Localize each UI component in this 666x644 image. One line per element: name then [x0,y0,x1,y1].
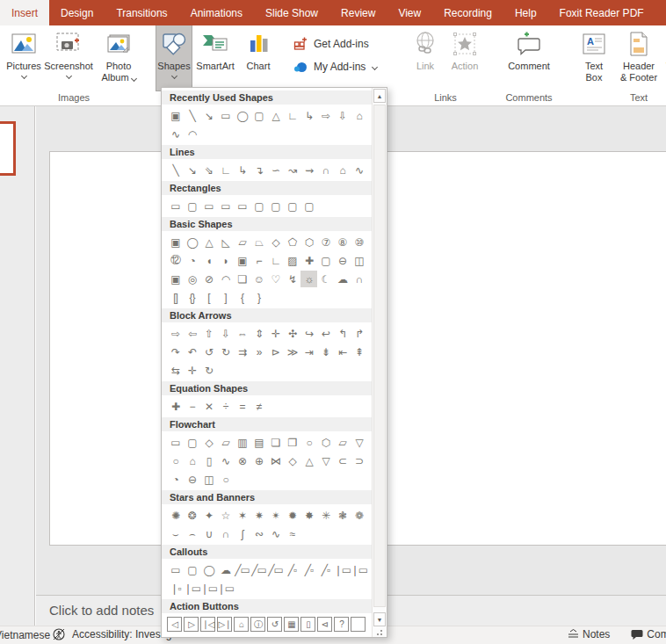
screenshot-button[interactable]: Screenshot [44,25,93,90]
tab-review[interactable]: Review [329,0,387,25]
shape-flowchart-connector[interactable]: ○ [167,452,184,469]
shape-line-callout-2-border-accent-bar[interactable]: ❘▭ [200,580,217,597]
shape-smiley-face[interactable]: ☺ [250,271,267,287]
shape-heptagon[interactable]: ⑦ [317,234,334,250]
shape-action-button-information[interactable]: ⓘ [250,617,265,632]
shape-teardrop[interactable]: ◗ [217,252,234,269]
tab-help[interactable]: Help [503,0,548,25]
shape-trapezoid[interactable]: ⏢ [250,234,267,250]
shape-speech-bubble-rounded-rectangle[interactable]: ▢ [184,561,200,578]
shape-ribbon-curved-up[interactable]: ∪ [200,525,217,542]
shape-chord[interactable]: ◖ [200,252,217,269]
photo-album-button[interactable]: PhotoAlbum [93,25,144,90]
shape-plaque[interactable]: ▢ [317,252,334,269]
shape-lightning-bolt[interactable]: ↯ [284,271,300,287]
shape-action-button-sound[interactable]: ⊲ [317,617,332,632]
shape-isosceles-triangle[interactable]: △ [267,107,284,124]
shape-line-arrow[interactable]: ↘ [184,162,200,178]
tab-design[interactable]: Design [49,0,105,25]
shape-action-button-beginning[interactable]: ❘◁ [200,617,215,632]
shape-arrow-curved-up[interactable]: ↺ [200,344,217,360]
tab-foxit-reader-pdf[interactable]: Foxit Reader PDF [548,0,655,25]
shape-right-bracket[interactable]: ] [217,289,234,306]
shape-action-button-document[interactable]: ▯ [300,617,315,632]
shape-oval[interactable]: ◯ [234,107,250,124]
shape-wave[interactable]: ∿ [267,525,284,542]
tab-insert[interactable]: Insert [0,0,49,25]
shape-double-brace[interactable]: {} [184,289,200,306]
header-footer-button[interactable]: Header& Footer [615,25,662,90]
shape-connector-elbow[interactable]: ∟ [217,162,234,178]
shape-flowchart-display[interactable]: ○ [217,471,234,488]
shape-arc[interactable]: ∩ [351,271,367,287]
shape-flowchart-card[interactable]: ▯ [200,452,217,469]
shape-ribbon-curved-down[interactable]: ∩ [217,525,234,542]
shape-star-8-point[interactable]: ✴ [267,507,284,524]
shape-line-callout-3-border-accent-bar[interactable]: ❘▭ [217,580,234,597]
shape-speech-bubble-rectangle[interactable]: ▭ [167,561,184,578]
shape-connector-elbow-arrow[interactable]: ↳ [234,162,250,178]
shape-arrow-curved-right[interactable]: ↷ [167,344,184,360]
shape-vertical-scroll[interactable]: ʃ [234,525,250,542]
shape-arrow-right[interactable]: ⇨ [167,325,184,342]
slide-thumbnail-selected[interactable] [0,121,16,176]
shape-text-box[interactable]: ▣ [167,107,184,124]
shape-plus-sign[interactable]: ✚ [167,398,184,415]
shape-flowchart-internal-storage[interactable]: ▤ [250,434,267,451]
shape-flowchart-or[interactable]: ⊕ [250,452,267,469]
shape-callout-down-arrow[interactable]: ⇟ [317,344,334,360]
pictures-button[interactable]: Pictures [4,25,44,90]
shape-l-shape[interactable]: ∟ [267,252,284,269]
shape-flowchart-manual-input[interactable]: ▱ [334,434,351,451]
shape-isosceles-triangle[interactable]: △ [200,234,217,250]
resize-grip[interactable] [377,627,385,635]
shape-multiplication-sign[interactable]: ✕ [200,398,217,415]
shape-arrow-curved-left[interactable]: ↶ [184,344,200,360]
shape-speech-bubble-oval[interactable]: ◯ [200,561,217,578]
shape-action-button-return[interactable]: ↺ [267,617,282,632]
shape-ribbon-up[interactable]: ⌣ [167,525,184,542]
shape-curve[interactable]: ∩ [317,162,334,178]
shape-arrow-up-down[interactable]: ⇕ [250,325,267,342]
shapes-button[interactable]: Shapes [156,25,192,90]
shape-double-wave[interactable]: ≈ [284,525,300,542]
shape-arrow-pentagon[interactable]: ⊳ [267,344,284,360]
shape-arrow-left-right-up[interactable]: ✣ [284,325,300,342]
shape-star-10-point[interactable]: ✹ [284,507,300,524]
shape-connector-curved-arrow[interactable]: ↝ [284,162,300,178]
shape-star-5-point[interactable]: ☆ [217,507,234,524]
shape-ribbon-down[interactable]: ⌢ [184,525,200,542]
shape-cube[interactable]: ◫ [351,252,367,269]
shape-action-button-forward[interactable]: ▷ [184,617,199,632]
shape-explosion-2[interactable]: ❂ [184,507,200,524]
shape-hexagon[interactable]: ⬡ [300,234,317,250]
shape-flowchart-decision[interactable]: ◇ [200,434,217,451]
shape-arrow-down[interactable]: ⇩ [217,325,234,342]
shape-rectangle[interactable]: ▭ [217,107,234,124]
shape-thought-bubble-cloud[interactable]: ☁ [217,561,234,578]
smartart-button[interactable]: SmartArt [192,25,239,90]
shape-flowchart-sort[interactable]: ◇ [284,452,300,469]
shape-left-brace[interactable]: { [234,289,250,306]
shape-division-sign[interactable]: ÷ [217,398,234,415]
shape-callout-up-arrow[interactable]: ⇞ [351,344,367,360]
shape-parallelogram[interactable]: ▱ [234,234,250,250]
shape-flowchart-off-page-connector[interactable]: ⌂ [184,452,200,469]
shape-half-frame[interactable]: ⌐ [250,252,267,269]
shape-flowchart-collate[interactable]: ⋈ [267,452,284,469]
shape-cross[interactable]: ✚ [300,252,317,269]
shape-arrow-up[interactable]: ⇧ [200,325,217,342]
shape-pie[interactable]: ◔ [184,252,200,269]
shape-freeform[interactable]: ⌂ [351,107,367,124]
shape-flowchart-extract[interactable]: △ [300,452,317,469]
shape-snip-diagonal-corner-rectangle[interactable]: ▭ [234,198,250,214]
scrollbar-thumb[interactable] [373,105,386,607]
shape-action-button-help[interactable]: ? [334,617,349,632]
shape-dodecagon[interactable]: ⑫ [167,252,184,269]
shape-flowchart-predefined-process[interactable]: ▥ [234,434,250,451]
chart-button[interactable]: Chart [239,25,278,90]
shape-line-callout-3-accent-bar[interactable]: ❘▫ [167,580,184,597]
tab-animations[interactable]: Animations [179,0,254,25]
shape-flowchart-multidocument[interactable]: ❐ [284,434,300,451]
shape-diagonal-stripe[interactable]: ▨ [284,252,300,269]
